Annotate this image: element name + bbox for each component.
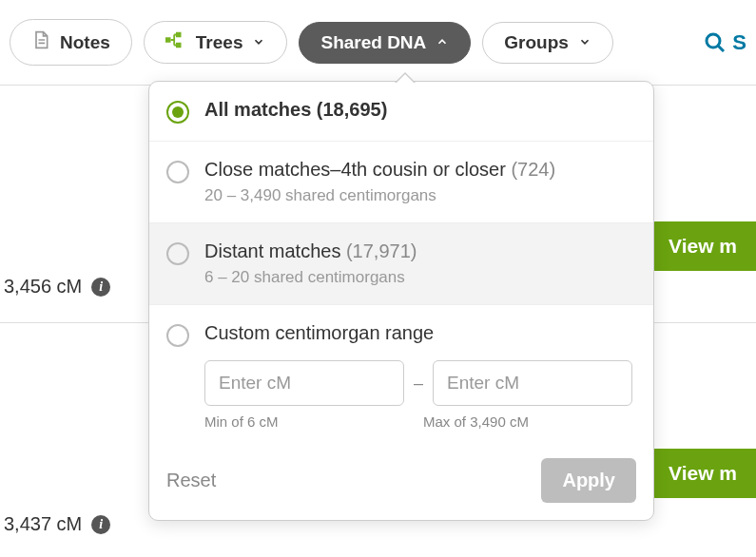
filter-toolbar: Notes Trees Shared DNA Groups S xyxy=(0,0,756,85)
radio-unselected[interactable] xyxy=(166,324,189,347)
chevron-up-icon xyxy=(436,32,449,53)
option-custom-range-section: Custom centimorgan range – Min of 6 cM M… xyxy=(149,305,653,447)
reset-link[interactable]: Reset xyxy=(166,470,216,491)
trees-button[interactable]: Trees xyxy=(144,21,288,64)
radio-unselected[interactable] xyxy=(166,242,189,265)
option-distant-matches[interactable]: Distant matches (17,971) 6 – 20 shared c… xyxy=(149,223,653,305)
search-button[interactable]: S xyxy=(704,30,746,55)
svg-rect-0 xyxy=(165,37,171,43)
chevron-down-icon xyxy=(252,32,265,53)
view-match-button[interactable]: View m xyxy=(649,449,756,498)
notes-button[interactable]: Notes xyxy=(10,19,132,66)
option-all-matches[interactable]: All matches (18,695) xyxy=(149,82,653,142)
info-icon[interactable]: i xyxy=(91,278,110,297)
min-cm-input[interactable] xyxy=(204,360,404,406)
apply-button[interactable]: Apply xyxy=(541,458,636,503)
option-sublabel: 6 – 20 shared centimorgans xyxy=(204,268,636,287)
view-match-button[interactable]: View m xyxy=(649,221,756,271)
svg-point-3 xyxy=(707,34,720,48)
groups-button[interactable]: Groups xyxy=(482,22,613,64)
notes-label: Notes xyxy=(60,32,110,53)
option-close-matches[interactable]: Close matches–4th cousin or closer (724)… xyxy=(149,142,653,223)
max-hint: Max of 3,490 cM xyxy=(423,413,529,430)
groups-label: Groups xyxy=(504,32,569,53)
min-hint: Min of 6 cM xyxy=(204,413,414,430)
svg-rect-2 xyxy=(176,43,182,48)
tree-icon xyxy=(165,31,186,53)
chevron-down-icon xyxy=(578,32,591,53)
shared-dna-label: Shared DNA xyxy=(320,32,426,53)
shared-cm-value: 3,437 cM i xyxy=(4,513,110,535)
option-custom-range[interactable]: Custom centimorgan range xyxy=(166,322,636,360)
note-icon xyxy=(31,29,50,55)
svg-rect-1 xyxy=(176,32,182,38)
radio-selected[interactable] xyxy=(166,101,189,124)
shared-dna-button[interactable]: Shared DNA xyxy=(299,22,471,64)
trees-label: Trees xyxy=(196,32,243,53)
search-partial-label: S xyxy=(732,30,746,55)
max-cm-input[interactable] xyxy=(433,360,632,406)
radio-unselected[interactable] xyxy=(166,161,189,183)
range-dash: – xyxy=(414,374,423,394)
info-icon[interactable]: i xyxy=(91,515,110,534)
shared-dna-dropdown: All matches (18,695) Close matches–4th c… xyxy=(148,81,654,521)
option-sublabel: 20 – 3,490 shared centimorgans xyxy=(204,186,636,205)
shared-cm-value: 3,456 cM i xyxy=(4,276,110,298)
